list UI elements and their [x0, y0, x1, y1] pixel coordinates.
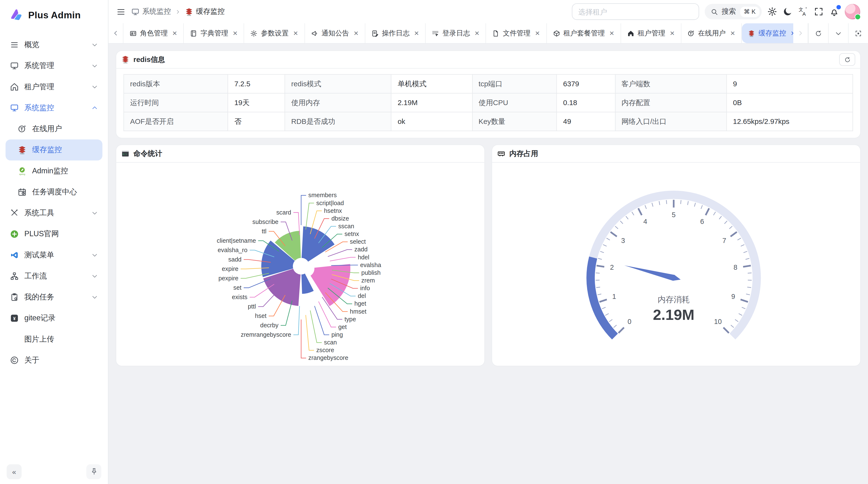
sidebar-item-workflow[interactable]: 工作流 — [5, 266, 102, 287]
sidebar-item-tenant-mgmt[interactable]: 租户管理 — [5, 76, 102, 97]
gear-icon — [250, 30, 258, 37]
content-fullscreen-button[interactable] — [848, 23, 868, 43]
plus-site-icon — [10, 230, 19, 238]
command-stats-chart[interactable]: smembersscript|loadhsetnxdbsizesscansetn… — [116, 163, 485, 366]
sidebar-item-system-tools[interactable]: 系统工具 — [5, 202, 102, 223]
tab-file-mgmt[interactable]: 文件管理 ✕ — [486, 23, 547, 43]
tenant-select-input[interactable] — [572, 3, 699, 20]
sidebar-item-about[interactable]: 关于 — [5, 350, 102, 371]
gauge-tick-label: 2 — [610, 263, 614, 271]
tab-login-log[interactable]: 登录日志 ✕ — [426, 23, 486, 43]
sidebar-item-gitee-log[interactable]: ¥gitee记录 — [5, 308, 102, 329]
rose-label: hdel — [358, 254, 369, 261]
sidebar-item-overview[interactable]: 概览 — [5, 34, 102, 55]
sidebar-item-system-monitor[interactable]: 系统监控 — [5, 97, 102, 118]
table-cell-label: tcp端口 — [472, 74, 557, 93]
notification-bell-button[interactable] — [829, 6, 839, 17]
hamburger-menu-icon[interactable] — [116, 7, 126, 17]
tab-actions-dropdown-button[interactable] — [828, 23, 848, 43]
tab-close-icon[interactable]: ✕ — [609, 30, 614, 37]
tab-dict-mgmt[interactable]: 字典管理 ✕ — [184, 23, 245, 43]
language-translate-icon[interactable]: 文A — [798, 7, 808, 17]
tab-cache-monitor[interactable]: redis 缓存监控 ✕ — [742, 23, 793, 43]
table-cell-label: RDB是否成功 — [285, 112, 391, 131]
tab-notice[interactable]: 通知公告 ✕ — [305, 23, 365, 43]
sidebar-item-cache-monitor[interactable]: redis缓存监控 — [5, 139, 102, 161]
redis-info-body: redis版本7.2.5redis模式单机模式tcp端口6379客户端数9运行时… — [116, 69, 860, 138]
breadcrumb-item[interactable]: redis缓存监控 — [185, 7, 225, 17]
rose-label: sscan — [338, 223, 354, 229]
topbar: 系统监控redis缓存监控 搜索 ⌘ K 文A — [108, 0, 868, 23]
gauge-label: 内存消耗 — [658, 295, 690, 304]
tab-close-icon[interactable]: ✕ — [353, 30, 359, 37]
sidebar-item-online-users[interactable]: 在线用户 — [5, 118, 102, 139]
tab-role-mgmt[interactable]: 角色管理 ✕ — [123, 23, 184, 43]
breadcrumb: 系统监控redis缓存监控 — [131, 7, 225, 17]
chevron-down-icon — [91, 273, 98, 280]
rose-label: script|load — [316, 200, 344, 206]
svg-text:redis: redis — [20, 153, 24, 155]
maximize-scan-icon — [855, 30, 862, 37]
chevron-up-icon — [91, 105, 98, 111]
memory-usage-panel: 内存占用 012345678910内存消耗2.19M — [492, 145, 860, 366]
tab-param-settings[interactable]: 参数设置 ✕ — [244, 23, 305, 43]
memory-gauge-chart[interactable]: 012345678910内存消耗2.19M — [492, 163, 860, 366]
table-cell-value: 49 — [557, 112, 615, 131]
gauge-tick-label: 10 — [714, 318, 722, 325]
rose-label: hsetnx — [324, 207, 342, 214]
tab-close-icon[interactable]: ✕ — [233, 30, 238, 37]
dark-mode-moon-icon[interactable] — [783, 7, 793, 17]
tab-op-log[interactable]: 操作日志 ✕ — [365, 23, 426, 43]
global-search-button[interactable]: 搜索 ⌘ K — [705, 4, 762, 19]
tab-close-icon[interactable]: ✕ — [414, 30, 419, 37]
sidebar-collapse-button[interactable]: « — [7, 464, 22, 479]
user-avatar[interactable] — [845, 4, 860, 19]
tab-tenant-mgmt[interactable]: 租户管理 ✕ — [621, 23, 681, 43]
settings-gear-icon[interactable] — [767, 7, 777, 17]
tab-close-icon[interactable]: ✕ — [172, 30, 177, 37]
command-stats-title: 命令统计 — [133, 149, 162, 158]
tab-close-icon[interactable]: ✕ — [293, 30, 298, 37]
table-cell-label: 内存配置 — [615, 93, 727, 112]
rose-label: decrby — [260, 322, 278, 328]
tab-refresh-button[interactable] — [808, 23, 828, 43]
tabs-scroll-left-button[interactable] — [108, 23, 123, 43]
list-icon — [10, 40, 19, 50]
table-cell-label: redis模式 — [285, 74, 391, 93]
breadcrumb-item[interactable]: 系统监控 — [131, 7, 171, 17]
monitor-icon — [131, 7, 140, 16]
rose-slice-get[interactable] — [311, 264, 350, 306]
loginlog-icon — [432, 30, 439, 37]
sidebar-item-admin-monitor[interactable]: springAdmin监控 — [5, 161, 102, 182]
sidebar-item-label: gitee记录 — [24, 313, 56, 323]
gauge-tick-label: 9 — [731, 293, 735, 300]
table-cell-label: AOF是否开启 — [124, 112, 228, 131]
fullscreen-icon[interactable] — [814, 7, 824, 17]
about-icon — [10, 356, 19, 365]
sidebar-item-task-scheduler[interactable]: 任务调度中心 — [5, 182, 102, 202]
tab-label: 操作日志 — [382, 28, 410, 38]
tabs-scroll-right-button[interactable] — [793, 23, 808, 43]
tab-close-icon[interactable]: ✕ — [474, 30, 479, 37]
tab-online-users[interactable]: 在线用户 ✕ — [681, 23, 742, 43]
tab-close-icon[interactable]: ✕ — [790, 30, 793, 37]
sidebar-item-label: 概览 — [24, 40, 39, 50]
gitee-icon: ¥ — [10, 314, 19, 323]
app-logo[interactable]: Plus Admin — [0, 0, 108, 29]
tab-close-icon[interactable]: ✕ — [535, 30, 540, 37]
tab-close-icon[interactable]: ✕ — [670, 30, 675, 37]
tab-tenant-package-mgmt[interactable]: 租户套餐管理 ✕ — [547, 23, 621, 43]
sidebar-item-my-tasks[interactable]: 我的任务 — [5, 287, 102, 308]
rose-label: evalsha — [360, 261, 381, 268]
tab-close-icon[interactable]: ✕ — [730, 30, 735, 37]
online-user-icon — [18, 125, 27, 133]
sidebar-item-plus-site[interactable]: PLUS官网 — [5, 224, 102, 245]
redis-refresh-button[interactable] — [839, 53, 856, 66]
sidebar-item-image-upload[interactable]: 图片上传 — [5, 329, 102, 350]
terminal-icon: C:\ — [121, 150, 129, 158]
sidebar-pin-button[interactable] — [86, 464, 101, 479]
sidebar-item-system-mgmt[interactable]: 系统管理 — [5, 56, 102, 76]
sidebar-item-label: 工作流 — [24, 271, 47, 281]
sidebar-item-test-menu[interactable]: 测试菜单 — [5, 245, 102, 266]
sidebar-item-label: 我的任务 — [24, 292, 54, 302]
